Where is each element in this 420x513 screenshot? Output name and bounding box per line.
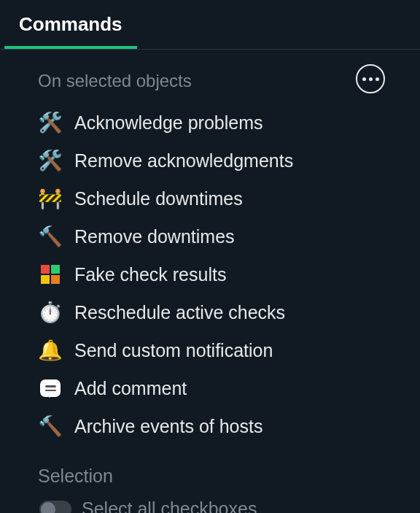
windows-icon: [38, 262, 63, 287]
commands-panel: Commands On selected objects 🛠️ Acknowle…: [0, 0, 420, 513]
cmd-label: Reschedule active checks: [74, 302, 285, 323]
tab-bar: Commands: [0, 0, 420, 50]
cmd-label: Fake check results: [74, 264, 226, 285]
cmd-label: Schedule downtimes: [74, 188, 243, 209]
cmd-label: Archive events of hosts: [74, 416, 262, 437]
cmd-remove-acknowledgments[interactable]: 🛠️ Remove acknowledgments: [38, 142, 385, 180]
cmd-send-custom-notification[interactable]: 🔔 Send custom notification: [38, 331, 385, 369]
section-selection: Selection Select all checkboxes: [38, 466, 385, 513]
cmd-remove-downtimes[interactable]: 🔨 Remove downtimes: [38, 217, 385, 255]
cmd-label: Add comment: [74, 378, 187, 399]
select-all-row: Select all checkboxes: [38, 498, 385, 513]
cone-icon: 🚧: [38, 186, 63, 211]
hammer-icon: 🔨: [38, 414, 63, 439]
cmd-add-comment[interactable]: Add comment: [38, 369, 385, 407]
tools-icon: 🛠️: [38, 148, 63, 173]
stopwatch-icon: ⏱️: [38, 300, 63, 325]
cmd-label: Acknowledge problems: [74, 112, 262, 134]
section-title: On selected objects: [38, 71, 356, 91]
section-header-commands: On selected objects: [38, 69, 385, 93]
cmd-label: Remove acknowledgments: [74, 150, 293, 171]
command-list: 🛠️ Acknowledge problems 🛠️ Remove acknow…: [38, 104, 385, 445]
cmd-acknowledge-problems[interactable]: 🛠️ Acknowledge problems: [38, 104, 385, 142]
section-title-selection: Selection: [38, 466, 385, 487]
cmd-archive-events-of-hosts[interactable]: 🔨 Archive events of hosts: [38, 407, 385, 445]
panel-body: On selected objects 🛠️ Acknowledge probl…: [0, 50, 420, 513]
bell-icon: 🔔: [38, 338, 63, 363]
cmd-label: Send custom notification: [74, 340, 273, 361]
tab-commands[interactable]: Commands: [4, 0, 137, 49]
select-all-toggle[interactable]: [39, 501, 71, 514]
tools-icon: 🛠️: [38, 110, 63, 135]
hammer-icon: 🔨: [38, 224, 63, 249]
cmd-reschedule-active-checks[interactable]: ⏱️ Reschedule active checks: [38, 293, 385, 331]
cmd-label: Remove downtimes: [74, 226, 235, 247]
cmd-fake-check-results[interactable]: Fake check results: [38, 255, 385, 293]
cmd-schedule-downtimes[interactable]: 🚧 Schedule downtimes: [38, 180, 385, 217]
more-options-icon[interactable]: [356, 64, 385, 93]
select-all-label: Select all checkboxes: [82, 498, 257, 513]
comment-icon: [38, 376, 63, 401]
